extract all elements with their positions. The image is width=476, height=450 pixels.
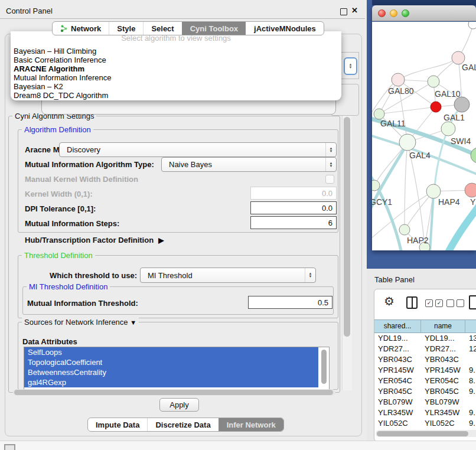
column-header[interactable]: name [421, 319, 465, 333]
which-threshold-select[interactable]: MI Threshold ▲▼ [140, 268, 316, 283]
float-panel-icon[interactable] [340, 8, 347, 15]
mi-steps-field[interactable]: 6 [250, 216, 337, 229]
network-node[interactable] [454, 97, 470, 112]
hub-definition-toggle[interactable]: Hub/Transcription Factor Definition ▶ [25, 236, 164, 244]
network-node[interactable] [468, 22, 476, 29]
mi-threshold-field[interactable]: 0.5 [248, 296, 332, 309]
manual-kernel-width-label: Manual Kernel Width Definition [25, 175, 138, 184]
table-cell: 9. [465, 418, 476, 429]
algorithm-option[interactable]: ARACNE Algorithm [11, 64, 341, 73]
table-cell: YBL079W [421, 397, 465, 407]
attribute-list-item[interactable]: BetweennessCentrality [24, 367, 318, 377]
table-cell [465, 397, 476, 407]
algorithm-option[interactable]: Dream8 DC_TDC Algorithm [11, 91, 341, 100]
select-all-icon[interactable]: ✓✓ [425, 299, 443, 307]
columns-icon[interactable] [406, 296, 418, 309]
algorithm-option[interactable]: Mutual Information Inference [11, 73, 341, 82]
dpi-tolerance-field[interactable]: 0.0 [250, 201, 337, 214]
apply-button[interactable]: Apply [159, 398, 199, 412]
table-cell [465, 354, 476, 365]
settings-vertical-scrollbar[interactable] [342, 116, 352, 390]
table-cell: 13 [465, 333, 476, 344]
network-canvas[interactable]: GALGAL80GAL10GAL11GAL1SWI4GAL4GCY1HAP4YH… [372, 22, 476, 250]
table-row[interactable]: YPR145WYPR145W9. [374, 365, 476, 376]
tab-label: jActiveMNodules [254, 24, 316, 33]
network-node[interactable] [399, 134, 416, 151]
which-threshold-value: MI Threshold [141, 271, 305, 280]
aracne-mode-select[interactable]: Discovery ▲▼ [59, 142, 337, 157]
table-cell: YER054C [421, 376, 465, 386]
column-header[interactable]: shared... [374, 319, 421, 333]
dpi-tolerance-label: DPI Tolerance [0,1]: [25, 204, 96, 213]
table-row[interactable]: YER054CYER054C8. [374, 376, 476, 386]
table-row[interactable]: YDR27...YDR27...12 [374, 344, 476, 354]
table-row[interactable]: YBR043CYBR043C [374, 354, 476, 365]
network-node[interactable] [471, 148, 476, 163]
network-node[interactable] [399, 224, 410, 235]
attribute-list-item[interactable]: TopologicalCoefficient [24, 357, 318, 367]
tab-style[interactable]: Style [109, 22, 143, 35]
settings-horizontal-scrollbar[interactable] [13, 389, 335, 396]
network-node[interactable] [431, 102, 441, 112]
node-label: GAL11 [380, 119, 406, 128]
table-cell: 12 [465, 344, 476, 354]
network-node[interactable] [392, 73, 405, 86]
network-node[interactable] [374, 109, 384, 119]
network-node[interactable] [465, 183, 476, 197]
algorithm-option[interactable]: Bayesian – K2 [11, 82, 341, 91]
zoom-button[interactable] [402, 9, 409, 17]
table-row[interactable]: YIL052CYIL052C9. [374, 418, 476, 429]
control-panel-tabbar: NetworkStyleSelectCyni ToolboxjActiveMNo… [52, 21, 324, 35]
table-horizontal-scrollbar[interactable] [376, 430, 476, 437]
tab-label: Network [71, 24, 101, 33]
attribute-list-item[interactable]: gal4RGexp [24, 377, 318, 387]
table-row[interactable]: YLR345WYLR345W9. [374, 407, 476, 418]
deselect-all-icon[interactable] [446, 299, 464, 307]
control-panel-header: Control Panel ✕ [0, 0, 365, 19]
mi-threshold-label: Mutual Information Threshold: [27, 299, 138, 308]
network-node[interactable] [441, 122, 455, 136]
focused-combo-arrow-fragment[interactable]: ▲▼ [344, 57, 357, 75]
spinner-arrows-icon: ▲▼ [305, 268, 315, 282]
network-window-titlebar[interactable] [372, 5, 476, 21]
control-panel: Control Panel ✕ ▲▼ NetworkStyleSelectCyn… [0, 0, 367, 450]
close-panel-icon[interactable]: ✕ [351, 6, 358, 15]
algorithm-option[interactable]: Basic Correlation Inference [11, 56, 341, 64]
manual-kernel-width-checkbox[interactable] [325, 175, 334, 184]
sources-legend[interactable]: Sources for Network Inference ▼ [22, 318, 139, 327]
network-node[interactable] [372, 180, 380, 191]
table-header: shared...name [374, 319, 476, 333]
table-row[interactable]: YBL079WYBL079W [374, 397, 476, 407]
close-button[interactable] [378, 9, 386, 17]
network-node[interactable] [428, 76, 439, 87]
minimize-button[interactable] [390, 9, 397, 17]
mi-algorithm-type-select[interactable]: Naive Bayes ▲▼ [161, 157, 337, 172]
table-cell: 9. [465, 365, 476, 376]
tab-network[interactable]: Network [53, 22, 109, 35]
mi-algorithm-type-value: Naive Bayes [162, 160, 325, 169]
table-row[interactable]: YDL19...YDL19...13 [374, 333, 476, 344]
tab-select[interactable]: Select [143, 22, 181, 35]
gear-icon[interactable]: ⚙ [384, 294, 395, 308]
attribute-table-body: YDL19...YDL19...13YDR27...YDR27...12YBR0… [374, 333, 476, 429]
minimized-panel-icon[interactable] [4, 444, 15, 450]
column-header[interactable] [465, 319, 476, 333]
data-attributes-list[interactable]: SelfLoopsTopologicalCoefficientBetweenne… [24, 347, 330, 390]
tab-cyni-toolbox[interactable]: Cyni Toolbox [182, 22, 246, 35]
bottom-tab-infer-network[interactable]: Infer Network [219, 418, 283, 431]
node-label: SWI4 [451, 136, 471, 146]
tab-jactivemnodules[interactable]: jActiveMNodules [246, 22, 324, 35]
table-cell: YDL19... [374, 333, 421, 344]
mi-steps-label: Mutual Information Steps: [25, 219, 119, 228]
spinner-arrows-icon: ▲▼ [325, 158, 336, 171]
table-card: ⚙ ✓✓ shared...name YDL19...YDL19...13YDR… [374, 289, 476, 442]
network-node[interactable] [426, 184, 441, 198]
bottom-tab-discretize-data[interactable]: Discretize Data [147, 418, 218, 431]
document-icon[interactable] [469, 295, 476, 309]
algorithm-option[interactable]: Bayesian – Hill Climbing [11, 47, 341, 56]
attribute-list-item[interactable]: SelfLoops [24, 347, 318, 357]
kernel-width-field[interactable]: 0.0 [250, 187, 337, 200]
attributes-scrollbar[interactable] [321, 350, 327, 384]
bottom-tab-impute-data[interactable]: Impute Data [88, 418, 147, 431]
table-row[interactable]: YBR045CYBR045C9. [374, 386, 476, 397]
